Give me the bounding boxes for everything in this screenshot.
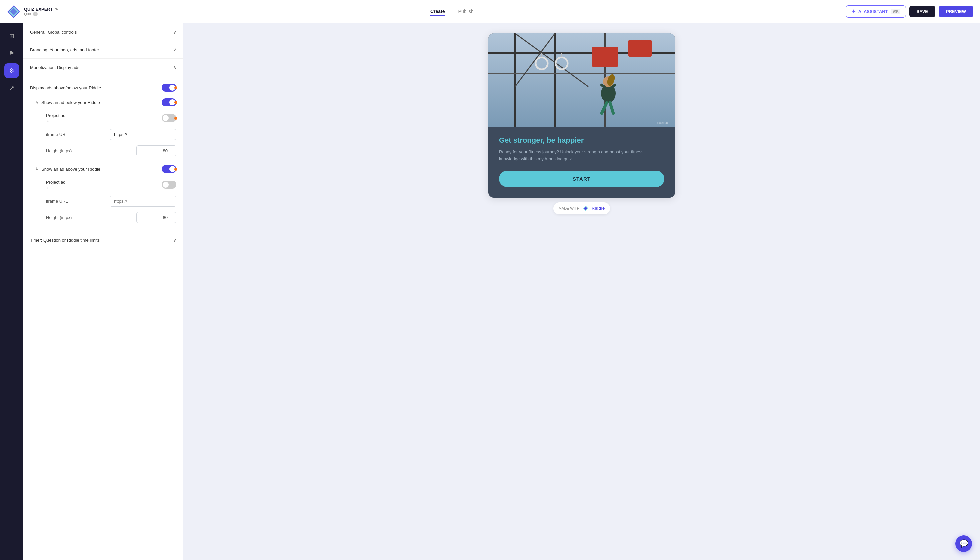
riddle-label: Riddle bbox=[592, 206, 605, 211]
gym-scene-graphic bbox=[488, 33, 675, 127]
display-ads-label: Display ads above/below your Riddle bbox=[30, 85, 101, 90]
display-ads-row: Display ads above/below your Riddle bbox=[30, 80, 176, 95]
logo-area: QUIZ EXPERT ✎ Quiz i bbox=[7, 5, 58, 19]
svg-rect-11 bbox=[592, 47, 618, 67]
ai-assistant-button[interactable]: ✦ AI ASSISTANT ⌘K bbox=[846, 5, 906, 18]
accordion-monetization-label: Monetization: Display ads bbox=[30, 65, 79, 70]
preview-button[interactable]: PREVIEW bbox=[939, 6, 973, 17]
below-project-arrow-icon: ↳ bbox=[46, 119, 66, 123]
made-with-label: MADE WITH bbox=[559, 206, 580, 210]
below-height-label: Height (in px) bbox=[46, 148, 72, 153]
above-height-row: Height (in px) bbox=[46, 209, 176, 226]
chat-bubble[interactable]: 💬 bbox=[955, 535, 972, 552]
above-project-toggle-wrapper bbox=[162, 181, 176, 189]
above-iframe-input[interactable] bbox=[110, 196, 176, 207]
ai-btn-label: AI ASSISTANT bbox=[858, 9, 888, 14]
settings-panel: General: Global controls ∨ Branding: You… bbox=[23, 23, 183, 560]
show-below-toggle-wrapper bbox=[162, 98, 176, 106]
below-iframe-input[interactable] bbox=[110, 129, 176, 140]
below-project-toggle-wrapper bbox=[162, 114, 176, 122]
riddle-logo-icon bbox=[7, 5, 21, 19]
show-below-row: ↳ Show an ad below your Riddle bbox=[35, 95, 176, 110]
above-project-ad-label: Project ad bbox=[46, 180, 66, 185]
above-iframe-label: iframe URL bbox=[46, 199, 68, 204]
accordion-timer-label: Timer: Question or Riddle time limits bbox=[30, 238, 100, 243]
chevron-down-icon: ∨ bbox=[173, 237, 176, 243]
show-above-row: ↳ Show an ad above your Riddle bbox=[35, 162, 176, 176]
nav-tabs: Create Publish bbox=[64, 7, 840, 16]
display-ads-toggle-wrapper bbox=[162, 84, 176, 92]
save-button[interactable]: SAVE bbox=[909, 6, 935, 17]
sidebar-icon-share[interactable]: ↗ bbox=[4, 81, 19, 95]
above-project-section: Project ad ↳ iframe URL bbox=[35, 176, 176, 226]
above-project-arrow-icon: ↳ bbox=[46, 185, 66, 190]
quiz-description: Ready for your fitness journey? Unlock y… bbox=[499, 149, 664, 163]
below-project-section: Project ad ↳ iframe UR bbox=[35, 110, 176, 159]
app-name: QUIZ EXPERT bbox=[24, 7, 53, 12]
show-above-toggle-wrapper bbox=[162, 165, 176, 173]
ai-sparkle-icon: ✦ bbox=[851, 8, 856, 15]
topnav-actions: ✦ AI ASSISTANT ⌘K SAVE PREVIEW bbox=[846, 5, 973, 18]
start-button[interactable]: START bbox=[499, 171, 664, 187]
made-with-banner: MADE WITH Riddle bbox=[553, 202, 610, 214]
below-height-input[interactable] bbox=[136, 145, 176, 156]
info-icon[interactable]: i bbox=[33, 12, 38, 16]
app-title-block: QUIZ EXPERT ✎ Quiz i bbox=[24, 7, 58, 16]
show-below-dot bbox=[174, 101, 177, 104]
show-above-dot bbox=[174, 168, 177, 171]
below-iframe-row: iframe URL bbox=[46, 126, 176, 143]
monetization-content: Display ads above/below your Riddle ↳ Sh… bbox=[23, 76, 183, 231]
display-ads-dot bbox=[174, 86, 177, 89]
chevron-down-icon: ∨ bbox=[173, 47, 176, 52]
above-project-toggle[interactable] bbox=[162, 181, 176, 189]
quiz-content: Get stronger, be happier Ready for your … bbox=[488, 127, 675, 198]
above-height-label: Height (in px) bbox=[46, 215, 72, 220]
tab-create[interactable]: Create bbox=[430, 7, 445, 16]
svg-rect-12 bbox=[628, 40, 652, 57]
accordion-general-label: General: Global controls bbox=[30, 30, 77, 35]
above-height-input[interactable] bbox=[136, 212, 176, 223]
preview-area: pexels.com Get stronger, be happier Read… bbox=[183, 23, 980, 560]
main-layout: ⊞ ⚑ ⚙ ↗ General: Global controls ∨ Brand… bbox=[0, 23, 980, 560]
top-navigation: QUIZ EXPERT ✎ Quiz i Create Publish ✦ AI… bbox=[0, 0, 980, 23]
icon-sidebar: ⊞ ⚑ ⚙ ↗ bbox=[0, 23, 23, 560]
pexels-credit: pexels.com bbox=[655, 121, 672, 125]
below-project-ad-row: Project ad ↳ bbox=[46, 110, 176, 126]
accordion-timer[interactable]: Timer: Question or Riddle time limits ∨ bbox=[23, 231, 183, 249]
accordion-branding-label: Branding: Your logo, ads, and footer bbox=[30, 47, 99, 52]
app-type: Quiz bbox=[24, 12, 32, 16]
quiz-image: pexels.com bbox=[488, 33, 675, 127]
riddle-badge-icon bbox=[582, 205, 589, 212]
below-iframe-label: iframe URL bbox=[46, 132, 68, 137]
quiz-title: Get stronger, be happier bbox=[499, 136, 664, 145]
above-section: ↳ Show an ad above your Riddle bbox=[30, 162, 176, 226]
edit-title-icon[interactable]: ✎ bbox=[55, 7, 58, 12]
tab-publish[interactable]: Publish bbox=[458, 7, 474, 16]
chat-icon: 💬 bbox=[959, 539, 968, 548]
show-above-label: ↳ Show an ad above your Riddle bbox=[35, 167, 100, 172]
accordion-monetization[interactable]: Monetization: Display ads ∧ bbox=[23, 59, 183, 76]
sidebar-icon-grid[interactable]: ⊞ bbox=[4, 29, 19, 43]
chevron-up-icon: ∧ bbox=[173, 65, 176, 70]
show-below-label: ↳ Show an ad below your Riddle bbox=[35, 100, 100, 105]
arrow-icon-above: ↳ bbox=[35, 167, 39, 171]
ai-shortcut: ⌘K bbox=[891, 9, 900, 14]
chevron-down-icon: ∨ bbox=[173, 29, 176, 35]
accordion-branding[interactable]: Branding: Your logo, ads, and footer ∨ bbox=[23, 41, 183, 59]
above-iframe-row: iframe URL bbox=[46, 193, 176, 209]
below-project-ad-label: Project ad bbox=[46, 113, 66, 118]
below-height-row: Height (in px) bbox=[46, 143, 176, 159]
sidebar-icon-flag[interactable]: ⚑ bbox=[4, 46, 19, 61]
below-project-dot bbox=[174, 117, 177, 120]
above-project-ad-row: Project ad ↳ bbox=[46, 176, 176, 193]
above-project-slider bbox=[162, 181, 176, 189]
arrow-icon: ↳ bbox=[35, 100, 39, 105]
below-section: ↳ Show an ad below your Riddle bbox=[30, 95, 176, 159]
accordion-general[interactable]: General: Global controls ∨ bbox=[23, 23, 183, 41]
sidebar-icon-gear[interactable]: ⚙ bbox=[4, 63, 19, 78]
quiz-card: pexels.com Get stronger, be happier Read… bbox=[488, 33, 675, 198]
